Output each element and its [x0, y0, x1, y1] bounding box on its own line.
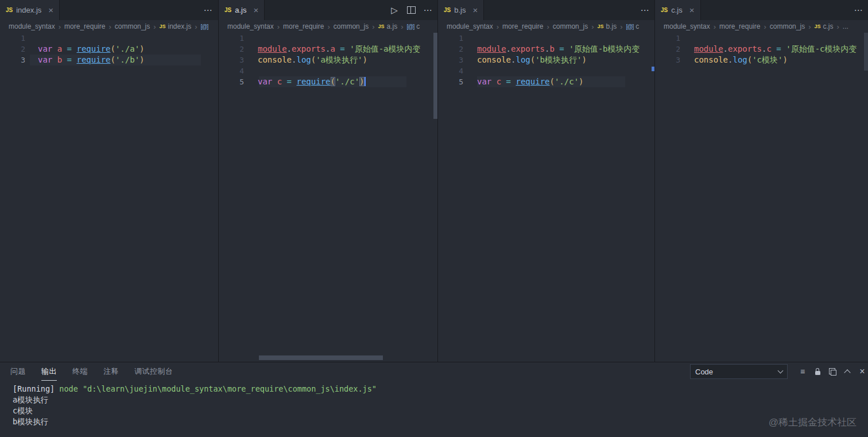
code-area: 12module.exports.b = '原始值-b模块内变3console.… — [438, 33, 655, 87]
more-actions-button[interactable]: ⋯ — [640, 6, 649, 15]
code-token: exports — [511, 44, 545, 53]
code-token: a — [57, 44, 62, 53]
close-icon[interactable]: × — [472, 6, 478, 14]
close-icon[interactable]: × — [48, 6, 53, 14]
breadcrumb-item[interactable]: module_syntax — [664, 22, 710, 30]
tab-c.js[interactable]: JSc.js× — [655, 0, 701, 20]
panel-tab-输出[interactable]: 输出 — [41, 362, 57, 381]
code-line[interactable]: 3var b = require('./b') — [0, 55, 218, 65]
more-actions-button[interactable]: ⋯ — [854, 6, 863, 15]
code-token: = — [287, 77, 292, 86]
code-token: ) — [782, 55, 787, 64]
code-token: = — [506, 77, 511, 86]
code-line[interactable]: 2module.exports.a = '原始值-a模块内变 — [219, 44, 438, 55]
breadcrumb-separator-icon: › — [808, 22, 811, 31]
code-line[interactable]: 2module.exports.b = '原始值-b模块内变 — [438, 44, 655, 55]
line-number: 3 — [219, 55, 244, 65]
output-channel-select[interactable]: Code — [690, 364, 788, 379]
code-line[interactable]: 5var c = require('./c') — [219, 76, 438, 87]
vertical-scrollbar-thumb[interactable] — [433, 33, 437, 119]
tab-bar: JSc.js×⋯ — [655, 0, 868, 20]
panel-tab-终端[interactable]: 终端 — [72, 362, 88, 381]
breadcrumb-symbol[interactable]: ... — [843, 22, 848, 30]
panel-tab-注释[interactable]: 注释 — [103, 362, 119, 381]
breadcrumb-item[interactable]: more_require — [502, 22, 543, 30]
split-editor-button[interactable] — [406, 6, 416, 15]
breadcrumb-symbol[interactable]: c — [416, 22, 420, 30]
code-line[interactable]: 1 — [655, 33, 868, 44]
code-token: console — [694, 55, 728, 64]
code-line[interactable]: 2module.exports.c = '原始值-c模块内变 — [655, 44, 868, 55]
panel-tab-问题[interactable]: 问题 — [10, 362, 26, 381]
horizontal-scrollbar-thumb[interactable] — [259, 355, 383, 360]
code-line[interactable]: 4 — [219, 65, 438, 76]
code-token: ) — [579, 77, 583, 86]
code-token: './c' — [335, 77, 359, 86]
js-file-icon: JS — [378, 24, 384, 29]
code-line[interactable]: 1 — [438, 33, 655, 44]
output-line: a模块执行 — [13, 395, 868, 405]
tab-a.js[interactable]: JSa.js× — [219, 0, 265, 20]
code-token — [345, 44, 350, 53]
close-icon[interactable]: × — [253, 6, 258, 14]
code-area: 12module.exports.a = '原始值-a模块内变3console.… — [219, 33, 438, 87]
breadcrumb-file[interactable]: b.js — [606, 22, 617, 30]
breadcrumb-file[interactable]: a.js — [387, 22, 398, 30]
output-channel-value: Code — [695, 368, 713, 376]
js-file-icon: JS — [159, 24, 165, 29]
tab-label: index.js — [16, 6, 41, 14]
code-line[interactable]: 3console.log('b模块执行') — [438, 55, 655, 65]
code-text: module.exports.b = '原始值-b模块内变 — [477, 44, 640, 55]
tab-b.js[interactable]: JSb.js× — [438, 0, 484, 20]
breadcrumb-item[interactable]: module_syntax — [227, 22, 274, 30]
code-line[interactable]: 1 — [219, 33, 438, 44]
tab-label: b.js — [454, 6, 466, 14]
breadcrumb-item[interactable]: module_syntax — [9, 22, 55, 30]
open-output-in-editor-icon[interactable] — [828, 367, 837, 376]
panel-tab-调试控制台[interactable]: 调试控制台 — [134, 362, 173, 381]
output-content[interactable]: [Running] node "d:\learn\juejin\module_s… — [0, 381, 868, 427]
breadcrumb-item[interactable]: module_syntax — [447, 22, 493, 30]
editor-area: JSindex.js×⋯module_syntax›more_require›c… — [0, 0, 868, 362]
code-token — [491, 77, 496, 86]
maximize-panel-icon[interactable] — [843, 367, 852, 376]
code-token: require — [76, 55, 110, 64]
breadcrumb-symbol[interactable]: c — [636, 22, 639, 30]
breadcrumb-file[interactable]: index.js — [168, 22, 192, 30]
more-actions-button[interactable]: ⋯ — [203, 6, 212, 15]
scroll-lock-icon[interactable] — [813, 367, 822, 376]
vertical-scrollbar-thumb[interactable] — [864, 33, 868, 71]
code-token: ( — [331, 77, 335, 86]
code-token: ( — [747, 55, 752, 64]
close-panel-icon[interactable]: × — [858, 367, 867, 376]
code-token: ( — [530, 55, 535, 64]
code-token: var — [477, 77, 491, 86]
code-token: require — [76, 44, 110, 53]
tab-index.js[interactable]: JSindex.js× — [0, 0, 60, 20]
more-actions-button[interactable]: ⋯ — [423, 6, 432, 15]
close-icon[interactable]: × — [689, 6, 695, 14]
code-token: '原始值-b模块内变 — [569, 44, 640, 53]
line-number: 5 — [219, 76, 244, 87]
code-line[interactable]: 1 — [0, 33, 218, 44]
breadcrumb-item[interactable]: more_require — [283, 22, 324, 30]
vscode-window: JSindex.js×⋯module_syntax›more_require›c… — [0, 0, 868, 437]
breadcrumb-file[interactable]: c.js — [823, 22, 834, 30]
code-line[interactable]: 5var c = require('./c') — [438, 76, 655, 87]
clear-output-icon[interactable]: ≡ — [798, 367, 807, 376]
breadcrumb-item[interactable]: more_require — [64, 22, 105, 30]
code-line[interactable]: 4 — [438, 65, 655, 76]
code-line[interactable]: 3console.log('a模块执行') — [219, 55, 438, 65]
breadcrumb-item[interactable]: common_js — [770, 22, 805, 30]
breadcrumb-item[interactable]: common_js — [115, 22, 150, 30]
code-line[interactable]: 2var a = require('./a') — [0, 44, 218, 55]
breadcrumb-separator-icon: › — [714, 22, 716, 31]
editor-actions: ▷⋯ — [390, 0, 432, 20]
code-line[interactable]: 3console.log('c模块') — [655, 55, 868, 65]
breadcrumb-item[interactable]: common_js — [553, 22, 588, 30]
breadcrumb-item[interactable]: common_js — [334, 22, 369, 30]
run-code-button[interactable]: ▷ — [390, 6, 399, 15]
line-number: 1 — [655, 33, 680, 44]
code-token: a — [330, 44, 335, 53]
breadcrumb-item[interactable]: more_require — [719, 22, 760, 30]
